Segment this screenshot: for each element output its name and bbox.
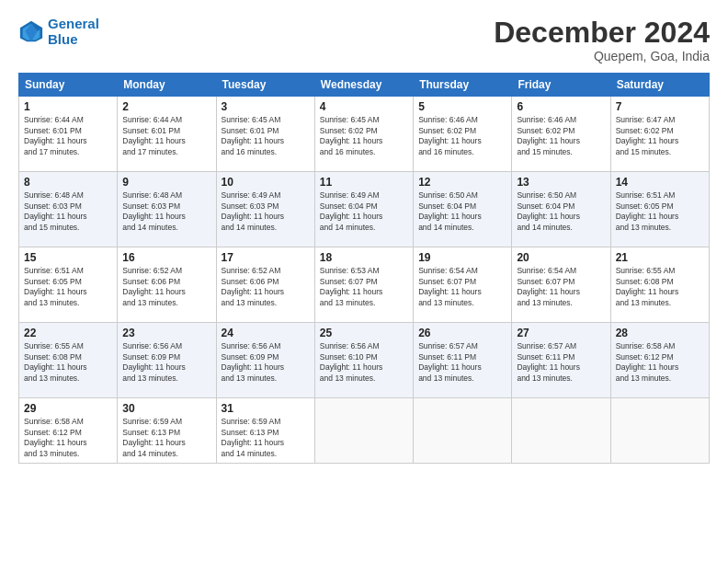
day-number: 6 [517,100,605,113]
day-detail: Sunrise: 6:48 AM Sunset: 6:03 PM Dayligh… [122,190,210,233]
page: General Blue December 2024 Quepem, Goa, … [0,0,728,563]
calendar-header-thursday: Thursday [414,74,512,97]
day-number: 24 [222,327,310,339]
calendar-cell: 14Sunrise: 6:51 AM Sunset: 6:05 PM Dayli… [610,172,709,247]
day-detail: Sunrise: 6:53 AM Sunset: 6:07 PM Dayligh… [320,266,408,308]
day-detail: Sunrise: 6:56 AM Sunset: 6:10 PM Dayligh… [320,341,408,384]
day-number: 30 [122,402,210,415]
day-detail: Sunrise: 6:49 AM Sunset: 6:03 PM Dayligh… [222,190,310,233]
day-detail: Sunrise: 6:51 AM Sunset: 6:05 PM Dayligh… [616,190,704,233]
day-number: 15 [24,251,112,264]
day-detail: Sunrise: 6:54 AM Sunset: 6:07 PM Dayligh… [517,266,605,308]
day-number: 29 [24,402,112,415]
calendar-cell: 27Sunrise: 6:57 AM Sunset: 6:11 PM Dayli… [512,323,610,398]
day-detail: Sunrise: 6:59 AM Sunset: 6:13 PM Dayligh… [222,417,310,459]
day-detail: Sunrise: 6:51 AM Sunset: 6:05 PM Dayligh… [24,266,112,308]
calendar-header-row: SundayMondayTuesdayWednesdayThursdayFrid… [19,74,710,97]
calendar-cell: 24Sunrise: 6:56 AM Sunset: 6:09 PM Dayli… [216,323,314,398]
calendar-cell: 23Sunrise: 6:56 AM Sunset: 6:09 PM Dayli… [118,323,216,398]
calendar-header-tuesday: Tuesday [216,74,314,97]
day-detail: Sunrise: 6:54 AM Sunset: 6:07 PM Dayligh… [418,266,506,308]
day-number: 23 [122,327,210,339]
calendar-header-friday: Friday [512,74,610,97]
day-detail: Sunrise: 6:55 AM Sunset: 6:08 PM Dayligh… [616,266,704,308]
day-number: 11 [320,176,408,189]
day-detail: Sunrise: 6:45 AM Sunset: 6:02 PM Dayligh… [320,115,408,157]
day-detail: Sunrise: 6:57 AM Sunset: 6:11 PM Dayligh… [418,341,506,384]
calendar-cell: 28Sunrise: 6:58 AM Sunset: 6:12 PM Dayli… [610,323,709,398]
day-detail: Sunrise: 6:44 AM Sunset: 6:01 PM Dayligh… [24,115,112,157]
calendar-cell: 3Sunrise: 6:45 AM Sunset: 6:01 PM Daylig… [216,97,314,172]
calendar-week-4: 22Sunrise: 6:55 AM Sunset: 6:08 PM Dayli… [19,323,710,398]
day-detail: Sunrise: 6:44 AM Sunset: 6:01 PM Dayligh… [122,115,210,157]
calendar-cell: 25Sunrise: 6:56 AM Sunset: 6:10 PM Dayli… [314,323,413,398]
day-detail: Sunrise: 6:45 AM Sunset: 6:01 PM Dayligh… [222,115,310,157]
day-number: 13 [517,176,605,189]
logo-icon [18,19,44,45]
calendar-week-5: 29Sunrise: 6:58 AM Sunset: 6:12 PM Dayli… [19,398,710,464]
day-number: 21 [616,251,704,264]
day-detail: Sunrise: 6:57 AM Sunset: 6:11 PM Dayligh… [517,341,605,384]
calendar-header-wednesday: Wednesday [314,74,413,97]
calendar-header-monday: Monday [118,74,216,97]
day-number: 16 [122,251,210,264]
day-number: 5 [418,100,506,113]
calendar-cell: 13Sunrise: 6:50 AM Sunset: 6:04 PM Dayli… [512,172,610,247]
calendar-cell: 20Sunrise: 6:54 AM Sunset: 6:07 PM Dayli… [512,247,610,323]
calendar-cell: 4Sunrise: 6:45 AM Sunset: 6:02 PM Daylig… [314,97,413,172]
day-number: 7 [616,100,704,113]
day-detail: Sunrise: 6:56 AM Sunset: 6:09 PM Dayligh… [222,341,310,384]
day-number: 12 [418,176,506,189]
day-number: 17 [222,251,310,264]
day-detail: Sunrise: 6:46 AM Sunset: 6:02 PM Dayligh… [418,115,506,157]
day-number: 4 [320,100,408,113]
day-number: 1 [24,100,112,113]
calendar-cell: 6Sunrise: 6:46 AM Sunset: 6:02 PM Daylig… [512,97,610,172]
day-detail: Sunrise: 6:58 AM Sunset: 6:12 PM Dayligh… [24,417,112,459]
calendar-cell: 12Sunrise: 6:50 AM Sunset: 6:04 PM Dayli… [414,172,512,247]
day-number: 25 [320,327,408,339]
day-number: 10 [222,176,310,189]
calendar-cell: 22Sunrise: 6:55 AM Sunset: 6:08 PM Dayli… [19,323,118,398]
title-block: December 2024 Quepem, Goa, India [494,17,710,63]
day-detail: Sunrise: 6:55 AM Sunset: 6:08 PM Dayligh… [24,341,112,384]
day-detail: Sunrise: 6:59 AM Sunset: 6:13 PM Dayligh… [122,417,210,459]
calendar-cell: 5Sunrise: 6:46 AM Sunset: 6:02 PM Daylig… [414,97,512,172]
calendar-cell: 1Sunrise: 6:44 AM Sunset: 6:01 PM Daylig… [19,97,118,172]
calendar-cell: 31Sunrise: 6:59 AM Sunset: 6:13 PM Dayli… [216,398,314,464]
calendar-week-1: 1Sunrise: 6:44 AM Sunset: 6:01 PM Daylig… [19,97,710,172]
calendar-cell [610,398,709,464]
calendar-header-saturday: Saturday [610,74,709,97]
day-number: 2 [122,100,210,113]
day-detail: Sunrise: 6:50 AM Sunset: 6:04 PM Dayligh… [517,190,605,233]
calendar-cell: 15Sunrise: 6:51 AM Sunset: 6:05 PM Dayli… [19,247,118,323]
day-detail: Sunrise: 6:49 AM Sunset: 6:04 PM Dayligh… [320,190,408,233]
day-detail: Sunrise: 6:56 AM Sunset: 6:09 PM Dayligh… [122,341,210,384]
location: Quepem, Goa, India [494,49,710,63]
calendar-cell: 7Sunrise: 6:47 AM Sunset: 6:02 PM Daylig… [610,97,709,172]
day-number: 20 [517,251,605,264]
calendar-cell: 26Sunrise: 6:57 AM Sunset: 6:11 PM Dayli… [414,323,512,398]
day-number: 28 [616,327,704,339]
calendar-cell: 8Sunrise: 6:48 AM Sunset: 6:03 PM Daylig… [19,172,118,247]
calendar-cell [314,398,413,464]
day-number: 27 [517,327,605,339]
day-detail: Sunrise: 6:52 AM Sunset: 6:06 PM Dayligh… [122,266,210,308]
calendar-cell: 21Sunrise: 6:55 AM Sunset: 6:08 PM Dayli… [610,247,709,323]
calendar-cell: 29Sunrise: 6:58 AM Sunset: 6:12 PM Dayli… [19,398,118,464]
calendar-cell: 17Sunrise: 6:52 AM Sunset: 6:06 PM Dayli… [216,247,314,323]
calendar-cell: 10Sunrise: 6:49 AM Sunset: 6:03 PM Dayli… [216,172,314,247]
header: General Blue December 2024 Quepem, Goa, … [18,17,710,63]
day-number: 31 [222,402,310,415]
calendar-cell: 18Sunrise: 6:53 AM Sunset: 6:07 PM Dayli… [314,247,413,323]
calendar-cell: 2Sunrise: 6:44 AM Sunset: 6:01 PM Daylig… [118,97,216,172]
day-detail: Sunrise: 6:58 AM Sunset: 6:12 PM Dayligh… [616,341,704,384]
day-detail: Sunrise: 6:48 AM Sunset: 6:03 PM Dayligh… [24,190,112,233]
day-number: 22 [24,327,112,339]
day-detail: Sunrise: 6:52 AM Sunset: 6:06 PM Dayligh… [222,266,310,308]
day-detail: Sunrise: 6:50 AM Sunset: 6:04 PM Dayligh… [418,190,506,233]
calendar-cell [512,398,610,464]
calendar-week-3: 15Sunrise: 6:51 AM Sunset: 6:05 PM Dayli… [19,247,710,323]
day-detail: Sunrise: 6:46 AM Sunset: 6:02 PM Dayligh… [517,115,605,157]
day-number: 3 [222,100,310,113]
